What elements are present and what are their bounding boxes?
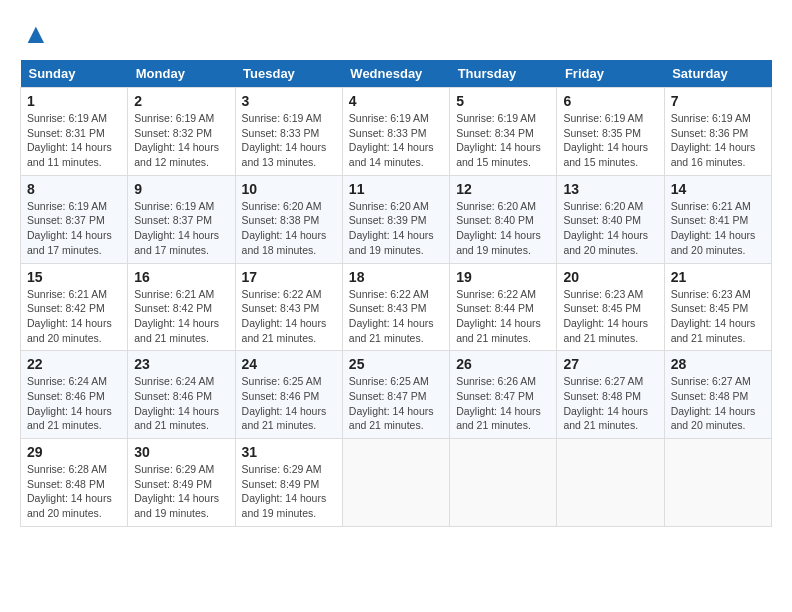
day-number: 17 [242,269,336,285]
weekday-header-friday: Friday [557,60,664,88]
weekday-header-thursday: Thursday [450,60,557,88]
calendar-cell [450,439,557,527]
calendar-cell: 22 Sunrise: 6:24 AM Sunset: 8:46 PM Dayl… [21,351,128,439]
day-number: 31 [242,444,336,460]
weekday-header-tuesday: Tuesday [235,60,342,88]
day-number: 13 [563,181,657,197]
day-info: Sunrise: 6:20 AM Sunset: 8:39 PM Dayligh… [349,199,443,258]
day-number: 3 [242,93,336,109]
calendar-cell: 30 Sunrise: 6:29 AM Sunset: 8:49 PM Dayl… [128,439,235,527]
day-number: 6 [563,93,657,109]
day-info: Sunrise: 6:20 AM Sunset: 8:40 PM Dayligh… [456,199,550,258]
day-info: Sunrise: 6:22 AM Sunset: 8:44 PM Dayligh… [456,287,550,346]
day-info: Sunrise: 6:19 AM Sunset: 8:36 PM Dayligh… [671,111,765,170]
calendar-cell: 15 Sunrise: 6:21 AM Sunset: 8:42 PM Dayl… [21,263,128,351]
day-info: Sunrise: 6:27 AM Sunset: 8:48 PM Dayligh… [563,374,657,433]
day-info: Sunrise: 6:26 AM Sunset: 8:47 PM Dayligh… [456,374,550,433]
day-number: 25 [349,356,443,372]
day-info: Sunrise: 6:19 AM Sunset: 8:34 PM Dayligh… [456,111,550,170]
day-info: Sunrise: 6:19 AM Sunset: 8:32 PM Dayligh… [134,111,228,170]
logo: ▲ [20,20,50,44]
calendar-cell [342,439,449,527]
day-number: 24 [242,356,336,372]
day-number: 4 [349,93,443,109]
day-info: Sunrise: 6:19 AM Sunset: 8:33 PM Dayligh… [242,111,336,170]
day-number: 7 [671,93,765,109]
calendar-cell: 17 Sunrise: 6:22 AM Sunset: 8:43 PM Dayl… [235,263,342,351]
calendar-cell: 31 Sunrise: 6:29 AM Sunset: 8:49 PM Dayl… [235,439,342,527]
day-number: 19 [456,269,550,285]
calendar-cell: 9 Sunrise: 6:19 AM Sunset: 8:37 PM Dayli… [128,175,235,263]
calendar-week-3: 15 Sunrise: 6:21 AM Sunset: 8:42 PM Dayl… [21,263,772,351]
calendar-cell [664,439,771,527]
day-number: 5 [456,93,550,109]
day-number: 21 [671,269,765,285]
day-number: 15 [27,269,121,285]
day-info: Sunrise: 6:19 AM Sunset: 8:35 PM Dayligh… [563,111,657,170]
day-info: Sunrise: 6:21 AM Sunset: 8:41 PM Dayligh… [671,199,765,258]
weekday-header-monday: Monday [128,60,235,88]
calendar-cell: 12 Sunrise: 6:20 AM Sunset: 8:40 PM Dayl… [450,175,557,263]
day-info: Sunrise: 6:25 AM Sunset: 8:47 PM Dayligh… [349,374,443,433]
calendar-cell: 8 Sunrise: 6:19 AM Sunset: 8:37 PM Dayli… [21,175,128,263]
weekday-header-wednesday: Wednesday [342,60,449,88]
calendar-week-1: 1 Sunrise: 6:19 AM Sunset: 8:31 PM Dayli… [21,88,772,176]
weekday-header-sunday: Sunday [21,60,128,88]
day-number: 11 [349,181,443,197]
calendar-week-5: 29 Sunrise: 6:28 AM Sunset: 8:48 PM Dayl… [21,439,772,527]
day-info: Sunrise: 6:19 AM Sunset: 8:33 PM Dayligh… [349,111,443,170]
calendar-cell: 3 Sunrise: 6:19 AM Sunset: 8:33 PM Dayli… [235,88,342,176]
day-number: 8 [27,181,121,197]
calendar-cell: 13 Sunrise: 6:20 AM Sunset: 8:40 PM Dayl… [557,175,664,263]
day-number: 27 [563,356,657,372]
calendar-cell: 16 Sunrise: 6:21 AM Sunset: 8:42 PM Dayl… [128,263,235,351]
day-number: 10 [242,181,336,197]
day-number: 14 [671,181,765,197]
calendar-cell: 29 Sunrise: 6:28 AM Sunset: 8:48 PM Dayl… [21,439,128,527]
calendar-cell: 7 Sunrise: 6:19 AM Sunset: 8:36 PM Dayli… [664,88,771,176]
day-info: Sunrise: 6:24 AM Sunset: 8:46 PM Dayligh… [134,374,228,433]
day-info: Sunrise: 6:29 AM Sunset: 8:49 PM Dayligh… [242,462,336,521]
calendar-cell: 2 Sunrise: 6:19 AM Sunset: 8:32 PM Dayli… [128,88,235,176]
page-header: ▲ [20,20,772,44]
day-info: Sunrise: 6:19 AM Sunset: 8:31 PM Dayligh… [27,111,121,170]
day-info: Sunrise: 6:19 AM Sunset: 8:37 PM Dayligh… [27,199,121,258]
day-info: Sunrise: 6:25 AM Sunset: 8:46 PM Dayligh… [242,374,336,433]
day-number: 28 [671,356,765,372]
calendar-cell: 25 Sunrise: 6:25 AM Sunset: 8:47 PM Dayl… [342,351,449,439]
calendar-header-row: SundayMondayTuesdayWednesdayThursdayFrid… [21,60,772,88]
calendar-cell: 1 Sunrise: 6:19 AM Sunset: 8:31 PM Dayli… [21,88,128,176]
calendar-cell: 10 Sunrise: 6:20 AM Sunset: 8:38 PM Dayl… [235,175,342,263]
calendar-cell [557,439,664,527]
calendar-cell: 27 Sunrise: 6:27 AM Sunset: 8:48 PM Dayl… [557,351,664,439]
calendar-cell: 19 Sunrise: 6:22 AM Sunset: 8:44 PM Dayl… [450,263,557,351]
day-info: Sunrise: 6:23 AM Sunset: 8:45 PM Dayligh… [563,287,657,346]
day-number: 29 [27,444,121,460]
calendar-cell: 21 Sunrise: 6:23 AM Sunset: 8:45 PM Dayl… [664,263,771,351]
day-info: Sunrise: 6:19 AM Sunset: 8:37 PM Dayligh… [134,199,228,258]
day-number: 30 [134,444,228,460]
day-info: Sunrise: 6:28 AM Sunset: 8:48 PM Dayligh… [27,462,121,521]
calendar-table: SundayMondayTuesdayWednesdayThursdayFrid… [20,60,772,527]
day-number: 20 [563,269,657,285]
day-number: 2 [134,93,228,109]
day-number: 18 [349,269,443,285]
calendar-week-2: 8 Sunrise: 6:19 AM Sunset: 8:37 PM Dayli… [21,175,772,263]
calendar-cell: 24 Sunrise: 6:25 AM Sunset: 8:46 PM Dayl… [235,351,342,439]
calendar-week-4: 22 Sunrise: 6:24 AM Sunset: 8:46 PM Dayl… [21,351,772,439]
day-info: Sunrise: 6:20 AM Sunset: 8:38 PM Dayligh… [242,199,336,258]
day-info: Sunrise: 6:27 AM Sunset: 8:48 PM Dayligh… [671,374,765,433]
calendar-cell: 14 Sunrise: 6:21 AM Sunset: 8:41 PM Dayl… [664,175,771,263]
day-number: 26 [456,356,550,372]
day-info: Sunrise: 6:22 AM Sunset: 8:43 PM Dayligh… [242,287,336,346]
day-info: Sunrise: 6:20 AM Sunset: 8:40 PM Dayligh… [563,199,657,258]
day-info: Sunrise: 6:23 AM Sunset: 8:45 PM Dayligh… [671,287,765,346]
day-number: 9 [134,181,228,197]
day-number: 16 [134,269,228,285]
calendar-cell: 23 Sunrise: 6:24 AM Sunset: 8:46 PM Dayl… [128,351,235,439]
calendar-cell: 5 Sunrise: 6:19 AM Sunset: 8:34 PM Dayli… [450,88,557,176]
day-info: Sunrise: 6:22 AM Sunset: 8:43 PM Dayligh… [349,287,443,346]
day-info: Sunrise: 6:24 AM Sunset: 8:46 PM Dayligh… [27,374,121,433]
day-number: 12 [456,181,550,197]
calendar-cell: 6 Sunrise: 6:19 AM Sunset: 8:35 PM Dayli… [557,88,664,176]
